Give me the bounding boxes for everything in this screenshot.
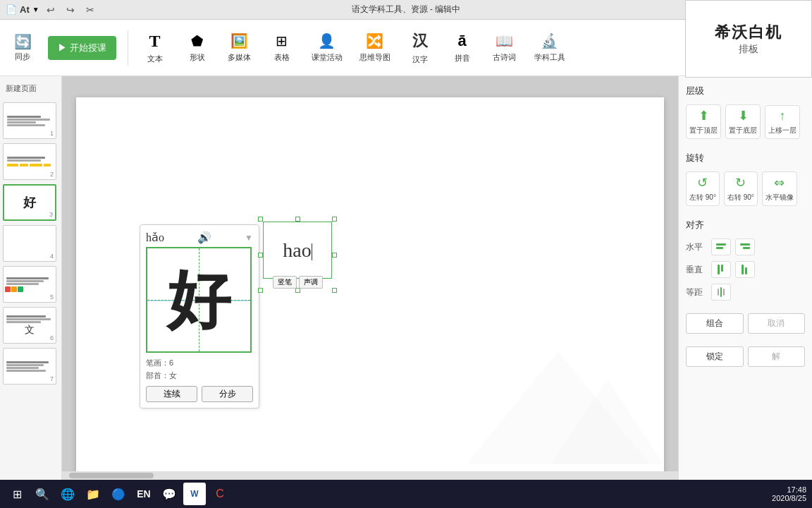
horizontal-scrollbar[interactable] [62,471,678,480]
selection-wrapper: hao 竖笔 声调 [261,219,334,290]
toolbar-activity[interactable]: 👤 课堂活动 [309,30,345,66]
sync-label: 同步 [15,52,30,62]
resize-handle-mr[interactable] [332,253,337,258]
top-layer-icon: ⬆ [699,108,709,123]
dropdown-arrow: ▼ [245,233,253,243]
pinyin-label: 拼音 [455,53,470,64]
slide-thumbnail-2[interactable]: 2 [3,143,56,180]
redo-button[interactable]: ↪ [62,1,79,18]
align-left-button[interactable] [711,238,731,255]
distribute-button[interactable] [711,284,731,301]
align-vertical-row: 垂直 [686,261,805,278]
rotate-right-icon: ↻ [735,175,746,190]
up-layer-label: 上移一层 [768,126,796,135]
align-bottom-button[interactable] [735,261,755,278]
slide-thumbnail-1[interactable]: 1 [3,102,56,139]
align-right-button[interactable] [735,238,755,255]
sync-button[interactable]: 🔄 同步 [8,33,37,62]
lock-button[interactable]: 锁定 [686,346,744,367]
taskbar-chrome[interactable]: 🔵 [107,483,130,505]
svg-rect-3 [716,247,723,249]
slide-thumbnail-6[interactable]: 文 6 [3,307,56,344]
subject-icon: 🔬 [541,32,558,49]
cancel-group-button[interactable]: 取消 [748,313,806,334]
layer-title: 层级 [686,85,805,97]
toolbar-media[interactable]: 🖼️ 多媒体 [224,30,255,66]
start-class-button[interactable]: ▶ 开始授课 [48,36,116,60]
bottom-layer-button[interactable]: ⬇ 置于底层 [725,104,761,139]
group-button[interactable]: 组合 [686,313,744,334]
align-spacing-row: 等距 [686,284,805,301]
cut-button[interactable]: ✂ [82,1,99,18]
unlock-button[interactable]: 解 [748,346,806,367]
poem-label: 古诗词 [493,52,516,63]
rotate-left-button[interactable]: ↺ 左转 90° [686,171,720,206]
toolbar-table[interactable]: ⊞ 表格 [266,30,297,66]
taskbar-explorer[interactable]: 📁 [82,483,104,505]
continuous-button[interactable]: 连续 [146,386,197,402]
activity-label: 课堂活动 [312,52,343,63]
top-layer-button[interactable]: ⬆ 置于顶层 [686,104,721,139]
slide-number-1: 1 [50,130,54,137]
slide-thumbnail-5[interactable]: 5 [3,266,56,303]
toolbar-subject[interactable]: 🔬 学科工具 [531,30,568,66]
resize-handle-ml[interactable] [258,253,263,258]
character-card: hǎo 🔊 ▼ 好 笔画：6 部首：女 连续 分步 [140,224,259,409]
pinyin-tools: 竖笔 声调 [263,276,332,289]
resize-handle-bm[interactable] [295,288,300,293]
brand-sub: 排板 [739,43,758,56]
shape-icon: ⬟ [191,32,203,49]
resize-handle-br[interactable] [332,288,337,293]
up-one-layer-button[interactable]: ↑ 上移一层 [765,105,800,139]
taskbar-en[interactable]: EN [133,483,155,505]
toolbar-poem[interactable]: 📖 古诗词 [489,30,520,66]
tone-button[interactable]: 声调 [299,276,323,289]
vertical-stroke-button[interactable]: 竖笔 [273,276,297,289]
rotate-right-button[interactable]: ↻ 右转 90° [724,171,758,206]
taskbar-start[interactable]: ⊞ [6,483,28,505]
step-button[interactable]: 分步 [202,386,253,402]
slide-thumbnail-4[interactable]: 4 [3,225,56,262]
titlebar-dropdown[interactable]: ▼ [32,6,39,13]
taskbar-teams[interactable]: 💬 [158,483,180,505]
taskbar-word[interactable]: W [183,483,206,505]
slide-number-7: 7 [50,375,54,382]
toolbar-mindmap[interactable]: 🔀 思维导图 [357,30,393,66]
mirror-h-icon: ⇔ [774,175,785,190]
char-stroke-info: 笔画：6 部首：女 [146,357,253,382]
align-top-button[interactable] [711,261,731,278]
align-top-icon [715,263,727,276]
pinyin-input-box[interactable]: hao [263,222,332,279]
taskbar-edge[interactable]: 🌐 [56,483,79,505]
slide-thumbnail-7[interactable]: 7 [3,348,56,385]
bottom-layer-label: 置于底层 [729,126,757,135]
resize-handle-bl[interactable] [258,288,263,293]
mirror-h-button[interactable]: ⇔ 水平镜像 [762,171,797,206]
slide-number-4: 4 [50,253,54,260]
toolbar-hanzi[interactable]: 汉 汉字 [405,28,436,68]
rotate-left-icon: ↺ [697,175,708,190]
top-layer-label: 置于顶层 [689,126,718,135]
new-page-button[interactable]: 新建页面 [3,82,59,98]
resize-handle-tm[interactable] [295,217,300,222]
sound-button[interactable]: 🔊 [197,231,211,244]
pinyin-input-text[interactable]: hao [266,236,328,264]
slide-number-2: 2 [50,171,54,178]
table-icon: ⊞ [276,32,288,49]
toolbar-shape[interactable]: ⬟ 形状 [182,30,213,66]
rotate-title: 旋转 [686,152,805,164]
toolbar-pinyin[interactable]: ā 拼音 [447,29,478,66]
main-layout: 新建页面 1 2 [0,76,812,480]
undo-button[interactable]: ↩ [42,1,59,18]
background-decoration [453,337,664,478]
resize-handle-tr[interactable] [332,217,337,222]
slide-thumbnail-3[interactable]: 好 3 [3,184,56,221]
canvas-area[interactable]: hǎo 🔊 ▼ 好 笔画：6 部首：女 连续 分步 [62,76,678,480]
resize-handle-tl[interactable] [258,217,263,222]
slide-number-3: 3 [49,211,53,218]
scrollbar-thumb[interactable] [69,473,154,478]
svg-rect-2 [716,243,726,246]
toolbar-text[interactable]: T 文本 [140,29,171,67]
taskbar-other[interactable]: C [209,483,231,505]
taskbar-search[interactable]: 🔍 [31,483,54,505]
